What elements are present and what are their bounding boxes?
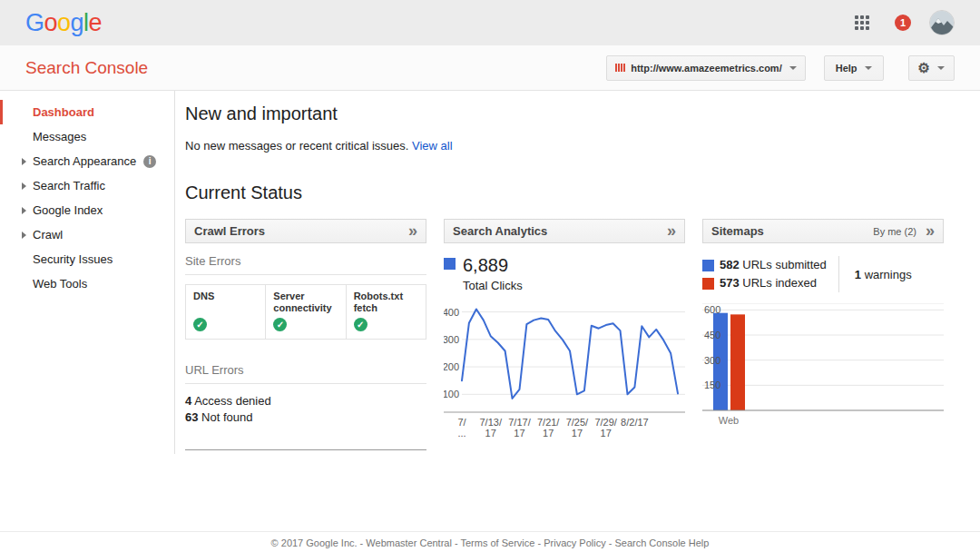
svg-text:7/21/: 7/21/: [537, 417, 560, 428]
url-error-not-found[interactable]: 63 Not found: [185, 409, 426, 426]
crawl-errors-header[interactable]: Crawl Errors »: [185, 219, 426, 243]
google-logo[interactable]: Google: [25, 9, 102, 37]
footer-link-terms[interactable]: Terms of Service: [460, 537, 534, 548]
site-error-cell-dns[interactable]: DNS ✓: [186, 285, 266, 339]
legend-swatch-submitted: [702, 260, 714, 271]
page-title: Search Console: [25, 58, 148, 78]
new-and-important-title: New and important: [185, 104, 980, 124]
svg-text:450: 450: [704, 330, 720, 340]
footer-link-help[interactable]: Search Console Help: [614, 537, 709, 548]
check-ok-icon: ✓: [193, 318, 207, 331]
svg-text:7/29/: 7/29/: [594, 417, 617, 428]
current-status-title: Current Status: [185, 182, 980, 203]
svg-text:300: 300: [444, 334, 459, 345]
expand-arrow-icon: [22, 158, 26, 165]
footer-link-privacy[interactable]: Privacy Policy: [544, 537, 605, 548]
avatar-photo-icon: [930, 11, 955, 35]
warnings-summary[interactable]: 1 warnings: [838, 256, 912, 292]
sidebar-item-security-issues[interactable]: Security Issues: [0, 247, 174, 271]
settings-dropdown[interactable]: ⚙: [908, 55, 955, 81]
sidebar-item-crawl[interactable]: Crawl: [0, 222, 174, 247]
site-errors-table: DNS ✓ Server connectivity ✓ Robots.txt f…: [185, 284, 426, 340]
total-clicks-label: Total Clicks: [463, 279, 685, 292]
url-error-access-denied[interactable]: 4 Access denied: [185, 393, 426, 409]
messages-status-text: No new messages or recent critical issue…: [185, 139, 408, 153]
svg-text:7/: 7/: [457, 417, 466, 428]
svg-text:7/17/: 7/17/: [508, 417, 531, 428]
gear-icon: ⚙: [918, 61, 930, 74]
footer: © 2017 Google Inc. - Webmaster Central -…: [0, 531, 980, 548]
svg-text:...: ...: [457, 428, 466, 439]
legend-urls-submitted: 582 URLs submitted: [702, 256, 827, 274]
svg-text:17: 17: [543, 428, 554, 439]
svg-text:17: 17: [514, 428, 524, 439]
svg-text:17: 17: [485, 428, 496, 439]
svg-text:7/25/: 7/25/: [566, 417, 589, 428]
total-clicks-value: 6,889: [463, 255, 508, 276]
legend-swatch-indexed: [702, 278, 714, 290]
legend-swatch-clicks: [444, 258, 456, 270]
main-content: New and important No new messages or rec…: [175, 91, 980, 454]
svg-text:200: 200: [444, 361, 459, 372]
url-errors-label: URL Errors: [185, 352, 426, 384]
property-icon: [615, 64, 625, 72]
double-chevron-icon: »: [667, 224, 676, 237]
site-error-cell-robots-txt[interactable]: Robots.txt fetch ✓: [347, 285, 426, 339]
double-chevron-icon: »: [926, 224, 935, 237]
svg-text:400: 400: [444, 307, 459, 318]
sidebar-item-google-index[interactable]: Google Index: [0, 198, 174, 222]
expand-arrow-icon: [22, 207, 26, 214]
svg-text:7/13/: 7/13/: [479, 417, 502, 428]
total-clicks-line-chart: 1002003004007/...7/13/177/17/177/21/177/…: [444, 305, 685, 443]
sitemaps-panel: Sitemaps By me (2) » 582 URLs submitted …: [702, 219, 944, 450]
chevron-down-icon: [789, 66, 797, 70]
expand-arrow-icon: [22, 182, 26, 190]
sitemaps-header[interactable]: Sitemaps By me (2) »: [702, 219, 944, 243]
legend-urls-indexed: 573 URLs indexed: [702, 274, 827, 292]
by-me-label: By me (2): [873, 226, 916, 237]
svg-text:17: 17: [572, 428, 583, 439]
search-analytics-panel: Search Analytics » 6,889 Total Clicks 10…: [444, 219, 685, 450]
site-error-cell-server-connectivity[interactable]: Server connectivity ✓: [266, 285, 346, 339]
avatar[interactable]: [929, 10, 955, 35]
search-analytics-header[interactable]: Search Analytics »: [444, 219, 685, 243]
footer-link-webmaster-central[interactable]: Webmaster Central: [366, 537, 452, 548]
svg-text:150: 150: [704, 380, 720, 390]
apps-grid-icon[interactable]: [855, 15, 869, 30]
double-chevron-icon: »: [408, 224, 417, 237]
sidebar-item-search-appearance[interactable]: Search Appearance i: [0, 149, 174, 173]
check-ok-icon: ✓: [273, 318, 287, 331]
crawl-errors-panel: Crawl Errors » Site Errors DNS ✓ Server …: [185, 219, 426, 450]
svg-text:17: 17: [601, 428, 612, 439]
divider: [185, 449, 426, 450]
svg-text:Web: Web: [719, 415, 739, 426]
sidebar-item-search-traffic[interactable]: Search Traffic: [0, 173, 174, 198]
app-header: Search Console http://www.amazeemetrics.…: [0, 45, 980, 91]
svg-text:8/2/17: 8/2/17: [621, 417, 649, 428]
chevron-down-icon: [865, 66, 872, 70]
help-dropdown[interactable]: Help: [824, 55, 884, 81]
expand-arrow-icon: [22, 232, 26, 239]
svg-text:100: 100: [444, 389, 459, 399]
sidebar-item-web-tools[interactable]: Web Tools: [0, 271, 174, 296]
chevron-down-icon: [937, 66, 945, 70]
top-bar: Google 1: [0, 0, 980, 45]
property-url: http://www.amazeemetrics.com/: [631, 63, 781, 74]
property-selector-dropdown[interactable]: http://www.amazeemetrics.com/: [606, 55, 805, 81]
check-ok-icon: ✓: [354, 318, 368, 331]
notifications-badge[interactable]: 1: [895, 15, 911, 31]
sitemaps-bar-chart: 150300450600Web: [702, 303, 944, 430]
help-label: Help: [836, 63, 858, 74]
sidebar: Dashboard Messages Search Appearance i S…: [0, 91, 175, 454]
sidebar-item-dashboard[interactable]: Dashboard: [0, 100, 174, 124]
sitemaps-legend: 582 URLs submitted 573 URLs indexed: [702, 256, 827, 292]
copyright-text: © 2017 Google Inc.: [271, 537, 358, 548]
view-all-link[interactable]: View all: [412, 139, 453, 153]
site-errors-label: Site Errors: [185, 243, 426, 275]
svg-text:300: 300: [704, 355, 720, 366]
svg-text:600: 600: [704, 304, 720, 315]
info-icon[interactable]: i: [143, 155, 156, 168]
sidebar-item-messages[interactable]: Messages: [0, 124, 174, 149]
